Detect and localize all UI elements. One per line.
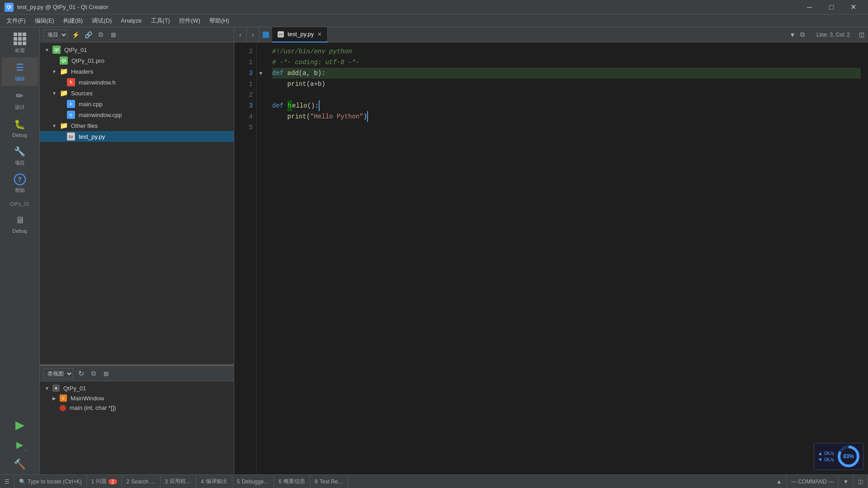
tree-sources-folder[interactable]: ▼ 📁 Sources [40, 88, 234, 99]
fn-hello: h [288, 100, 292, 111]
fold-3a[interactable]: ▼ [257, 68, 265, 79]
status-bar: ☰ 🔍 Type to locate (Ctrl+K) 1 问题 2 2 Sea… [0, 474, 868, 488]
sidebar-item-edit[interactable]: ☰ 编辑 [2, 57, 38, 86]
close-panel-button[interactable]: ⊠ [108, 30, 118, 40]
sidebar-item-qtpy[interactable]: QtPy_01 [2, 197, 38, 210]
tree-item-mainwindow-cpp[interactable]: c mainwindow.cpp [40, 109, 234, 120]
tree-root[interactable]: ▼ Qt QtPy_01 [40, 44, 234, 55]
menu-build[interactable]: 构建(B) [59, 15, 87, 26]
tree-headers-folder[interactable]: ▼ 📁 Headers [40, 66, 234, 77]
sidebar-item-help[interactable]: ? 帮助 [2, 170, 38, 197]
link-button[interactable]: 🔗 [83, 30, 93, 40]
title-bar: Qt test_py.py @ QtPy_01 - Qt Creator ─ □… [0, 0, 868, 14]
status-expand[interactable]: ◫ [854, 475, 868, 488]
tab-prev-button[interactable]: ‹ [234, 27, 247, 42]
class-close-button[interactable]: ⊠ [101, 369, 111, 379]
status-summary[interactable]: 6 概要信息 [274, 475, 310, 488]
paren-hello: (): [307, 100, 319, 111]
minimize-button[interactable]: ─ [799, 0, 820, 14]
debugger-label: Debugge… [242, 479, 269, 485]
toggle-sidebar-button[interactable]: ☰ [0, 475, 14, 488]
sidebar-item-debug1[interactable]: 🐛 Debug [2, 114, 38, 141]
class-mainwindow-label: MainWindow [71, 395, 104, 402]
window-title: test_py.py @ QtPy_01 - Qt Creator [17, 4, 799, 10]
sidebar-label-debug2: Debug [12, 228, 27, 234]
class-selector[interactable]: 类视图 [43, 368, 73, 379]
status-search[interactable]: 2 Search … [122, 475, 160, 488]
ln-5: 5 [236, 122, 253, 133]
paren1: (a, b): [299, 68, 326, 79]
fold-4 [257, 111, 265, 122]
sidebar-item-design[interactable]: ✏ 设计 [2, 86, 38, 114]
class-split-button[interactable]: ⧉ [89, 369, 99, 379]
search-icon: 🔍 [19, 479, 26, 485]
filter-button[interactable]: ⚡ [71, 30, 80, 40]
status-arrows-up[interactable]: ▲ [772, 475, 787, 488]
class-tree-main-func[interactable]: main (int, char *[]) [40, 403, 234, 413]
menu-tools[interactable]: 工具(T) [146, 15, 175, 26]
perf-widget: ▲ 0K/s ▼ 0K/s 83% [814, 443, 863, 470]
sidebar-item-run-debug[interactable]: ▶ … [2, 435, 38, 455]
locate-input-section[interactable]: 🔍 Type to locate (Ctrl+K) [14, 475, 87, 488]
menu-analyze[interactable]: Analyze [116, 16, 146, 25]
project-toolbar: 项目 ⚡ 🔗 ⧉ ⊠ [40, 27, 234, 42]
folder-icon: 📁 [60, 67, 68, 75]
menu-debug[interactable]: 调试(D) [87, 15, 116, 26]
tree-item-test-py[interactable]: py test_py.py [40, 131, 234, 142]
project-root-icon: Qt [52, 46, 61, 54]
tab-split-button[interactable]: ⧉ [797, 30, 807, 40]
menu-edit[interactable]: 编辑(E) [30, 15, 59, 26]
project-selector[interactable]: 项目 [43, 29, 68, 40]
sidebar-item-run[interactable]: ▶ [2, 415, 38, 435]
menu-help[interactable]: 帮助(H) [205, 15, 234, 26]
perf-circle: 83% [838, 446, 859, 467]
class-panel: 类视图 ↻ ⧉ ⊠ ▼ ■ QtPy_01 ▶ C MainWindow [40, 366, 234, 474]
tab-menu-button[interactable] [259, 27, 272, 42]
tree-item-mainwindow-h[interactable]: h mainwindow.h [40, 77, 234, 88]
sidebar-item-debug2[interactable]: 🖥 Debug [2, 210, 38, 237]
editor-content[interactable]: 2 1 3 1 2 3 4 5 ▼ #!/usr/bin/e [234, 42, 868, 474]
str-hello: "Hello Python" [310, 111, 363, 122]
status-command: — COMMAND — [787, 475, 839, 488]
maximize-button[interactable]: □ [821, 0, 842, 14]
code-editor[interactable]: #!/usr/bin/env python # -*- coding: utf-… [265, 42, 868, 474]
file-tree: ▼ Qt QtPy_01 Qt QtPy_01.pro ▼ 📁 Headers … [40, 42, 234, 364]
help-icon: ? [14, 174, 26, 185]
run-icon: ▶ [14, 418, 26, 431]
tab-close-button[interactable]: ✕ [317, 31, 322, 38]
status-compile[interactable]: 4 编译输出 [196, 475, 232, 488]
status-issues[interactable]: 1 问题 2 [87, 475, 122, 488]
menu-file[interactable]: 文件(F) [2, 15, 30, 26]
locate-label: Type to locate (Ctrl+K) [28, 479, 82, 485]
tab-next-button[interactable]: › [247, 27, 259, 42]
sidebar-item-welcome[interactable]: 欢迎 [2, 29, 38, 57]
status-debugger[interactable]: 5 Debugge… [232, 475, 274, 488]
tab-test-py[interactable]: py test_py.py ✕ [272, 27, 328, 42]
tree-item-pro[interactable]: Qt QtPy_01.pro [40, 55, 234, 66]
issues-label: 问题 [96, 478, 107, 485]
tab-dropdown-button[interactable]: ▼ [788, 30, 797, 40]
run-debug-icon: ▶ … [14, 438, 26, 451]
menu-controls[interactable]: 控件(W) [175, 15, 205, 26]
status-apply[interactable]: 3 应用程… [160, 475, 197, 488]
sidebar-label-qtpy: QtPy_01 [10, 201, 29, 206]
tree-otherfiles-folder[interactable]: ▼ 📁 Other files [40, 120, 234, 131]
code-line-7: print("Hello Python")| [272, 111, 861, 122]
split-button[interactable]: ⧉ [96, 30, 106, 40]
class-sync-button[interactable]: ↻ [76, 369, 86, 379]
upload-speed: 0K/s [824, 450, 834, 456]
issues-num: 1 [91, 479, 94, 485]
perf-percent: 83% [840, 448, 857, 465]
class-root[interactable]: ▼ ■ QtPy_01 [40, 383, 234, 393]
editor-expand-button[interactable]: ◫ [855, 31, 868, 38]
class-tree-mainwindow[interactable]: ▶ C MainWindow [40, 393, 234, 403]
status-test[interactable]: 8 Test Re… [310, 475, 348, 488]
status-arrows-down[interactable]: ▼ [839, 475, 854, 488]
sidebar-item-build[interactable]: 🔨 [2, 455, 38, 474]
close-button[interactable]: ✕ [843, 0, 863, 14]
tab-icon [263, 32, 269, 38]
sidebar-item-project[interactable]: 🔧 项目 [2, 141, 38, 170]
tree-item-main-cpp[interactable]: c main.cpp [40, 99, 234, 109]
kw-def2: def [272, 100, 288, 111]
fold-1b [257, 79, 265, 89]
